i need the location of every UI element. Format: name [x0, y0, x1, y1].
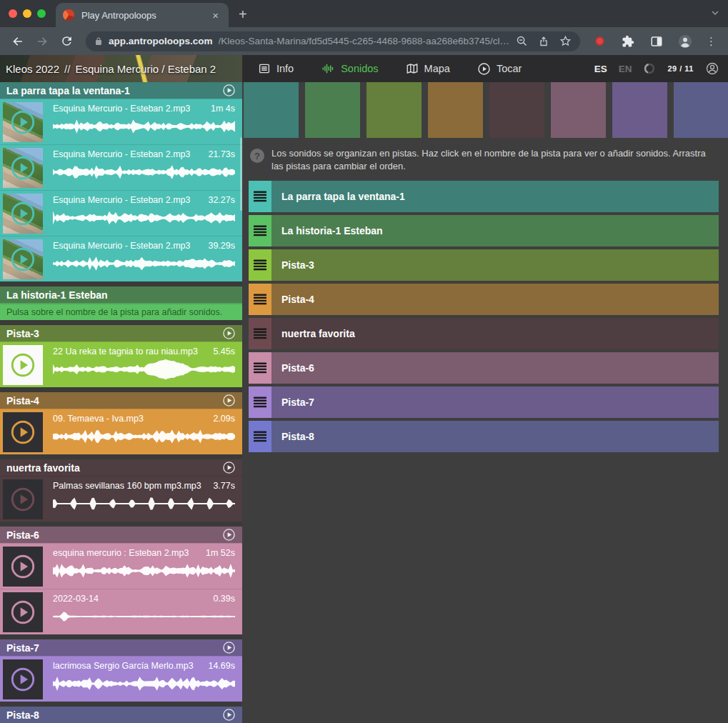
track-color-swatch-3[interactable] [367, 82, 422, 138]
track-color-swatch-1[interactable] [244, 82, 299, 138]
play-track-icon[interactable] [222, 326, 236, 340]
track-row-8[interactable]: Pista-8 [249, 421, 719, 452]
audio-clip[interactable]: Palmas sevillanas 160 bpm mp3.mp3 3.77s [0, 476, 242, 522]
zoom-out-icon[interactable] [516, 35, 528, 47]
track-row-2[interactable]: La historia-1 Esteban [249, 215, 719, 246]
clip-thumbnail[interactable] [3, 547, 43, 587]
sidebar-scrollbar[interactable] [240, 137, 242, 211]
audio-clip[interactable]: Esquina Mercurio - Esteban 2.mp3 32.27s [0, 190, 242, 236]
audio-clip[interactable]: lacrimosa Sergio García Merlo.mp3 14.69s [0, 656, 242, 702]
drag-handle[interactable] [249, 352, 271, 384]
tab-mapa[interactable]: Mapa [406, 62, 450, 75]
track-section-header-7[interactable]: Pista-7 [0, 639, 242, 656]
close-window-button[interactable] [9, 9, 17, 18]
track-row-bar[interactable]: Pista-7 [271, 387, 719, 418]
track-section-header-3[interactable]: Pista-3 [0, 325, 242, 341]
side-panel-icon[interactable] [646, 31, 667, 52]
play-clip-icon[interactable] [9, 246, 36, 273]
track-row-bar[interactable]: Pista-3 [271, 249, 719, 281]
track-color-swatch-2[interactable] [305, 82, 360, 138]
track-row-bar[interactable]: Pista-4 [271, 284, 719, 315]
play-track-icon[interactable] [222, 461, 236, 474]
track-row-bar[interactable]: nuertra favorita [271, 318, 719, 349]
audio-clip[interactable]: 2022-03-14 0.39s [0, 589, 242, 634]
drag-handle[interactable] [249, 421, 271, 452]
clip-thumbnail[interactable] [3, 239, 43, 279]
project-hero-image[interactable]: Kleos 2022//Esquina Mercurio / Esteban 2 [0, 55, 242, 82]
lang-es[interactable]: ES [594, 64, 607, 74]
audio-clip[interactable]: Esquina Mercurio - Esteban 2.mp3 1m 4s [0, 99, 242, 144]
play-clip-icon[interactable] [9, 200, 36, 227]
track-section-header-2[interactable]: La historia-1 Esteban [0, 286, 242, 303]
clip-thumbnail[interactable] [3, 102, 43, 142]
play-clip-icon[interactable] [9, 419, 36, 446]
track-color-swatch-6[interactable] [551, 82, 606, 138]
audio-clip[interactable]: Esquina Mercurio - Esteban 2.mp3 39.29s [0, 236, 242, 281]
track-color-swatch-4[interactable] [428, 82, 483, 138]
play-track-icon[interactable] [222, 394, 236, 407]
browser-tab[interactable]: Play Antropoloops × [56, 3, 229, 27]
zoom-window-button[interactable] [37, 9, 46, 18]
track-row-bar[interactable]: Pista-6 [271, 352, 719, 384]
play-clip-icon[interactable] [9, 109, 36, 136]
drag-handle[interactable] [249, 284, 271, 315]
lang-en[interactable]: EN [619, 64, 632, 74]
clip-thumbnail[interactable] [3, 479, 43, 519]
recording-extension-icon[interactable] [589, 31, 610, 52]
play-track-icon[interactable] [222, 641, 236, 654]
audio-clip[interactable]: Esquina Mercurio - Esteban 2.mp3 21.73s [0, 144, 242, 190]
extensions-puzzle-icon[interactable] [617, 31, 639, 52]
minimize-window-button[interactable] [23, 9, 31, 18]
drag-handle[interactable] [249, 215, 271, 246]
track-section-header-6[interactable]: Pista-6 [0, 527, 242, 543]
clip-thumbnail[interactable] [3, 412, 43, 452]
track-row-1[interactable]: La parra tapa la ventana-1 [249, 181, 719, 212]
track-row-bar[interactable]: Pista-8 [271, 421, 719, 452]
track-section-header-5[interactable]: nuertra favorita [0, 459, 242, 476]
play-clip-icon[interactable] [9, 553, 36, 580]
track-section-header-1[interactable]: La parra tapa la ventana-1 [0, 82, 242, 99]
share-icon[interactable] [538, 35, 549, 47]
play-track-icon[interactable] [222, 708, 236, 722]
clip-thumbnail[interactable] [3, 345, 43, 385]
tab-sonidos[interactable]: Sonidos [321, 62, 378, 75]
drag-handle[interactable] [249, 181, 271, 212]
track-section-header-4[interactable]: Pista-4 [0, 392, 242, 409]
tab-close-icon[interactable]: × [209, 9, 221, 22]
clip-thumbnail[interactable] [3, 148, 43, 188]
forward-button[interactable] [31, 31, 53, 52]
audio-clip[interactable]: esquina mercurio : Esteban 2.mp3 1m 52s [0, 543, 242, 589]
account-icon[interactable] [705, 61, 719, 76]
new-tab-button[interactable]: + [229, 6, 257, 27]
address-bar[interactable]: app.antropoloops.com /Kleos-Santa-Marina… [86, 31, 580, 51]
track-row-bar[interactable]: La historia-1 Esteban [271, 215, 719, 246]
track-row-7[interactable]: Pista-7 [249, 387, 719, 418]
drag-handle[interactable] [249, 387, 271, 418]
drag-handle[interactable] [249, 249, 271, 281]
drag-handle[interactable] [249, 318, 271, 349]
track-color-swatch-8[interactable] [674, 82, 728, 138]
tab-tocar[interactable]: Tocar [477, 62, 522, 76]
track-row-6[interactable]: Pista-6 [249, 352, 719, 384]
play-clip-icon[interactable] [9, 486, 36, 513]
track-row-bar[interactable]: La parra tapa la ventana-1 [271, 181, 719, 212]
track-row-5[interactable]: nuertra favorita [249, 318, 719, 349]
chevron-down-icon[interactable] [709, 7, 721, 19]
track-color-swatch-7[interactable] [612, 82, 667, 138]
clip-thumbnail[interactable] [3, 592, 43, 632]
play-clip-icon[interactable] [9, 351, 36, 379]
play-track-icon[interactable] [222, 84, 236, 97]
reload-button[interactable] [56, 31, 77, 52]
play-clip-icon[interactable] [9, 154, 36, 181]
audio-clip[interactable]: 22 Ua reka te tagnia to rau niau.mp3 5.4… [0, 341, 242, 387]
track-color-swatch-5[interactable] [489, 82, 544, 138]
track-row-3[interactable]: Pista-3 [249, 249, 719, 281]
track-row-4[interactable]: Pista-4 [249, 284, 719, 315]
play-clip-icon[interactable] [9, 666, 36, 693]
clip-thumbnail[interactable] [3, 659, 43, 699]
back-button[interactable] [7, 31, 29, 52]
track-section-header-8[interactable]: Pista-8 [0, 707, 242, 723]
play-track-icon[interactable] [222, 528, 236, 542]
clip-thumbnail[interactable] [3, 194, 43, 234]
tab-info[interactable]: Info [258, 62, 294, 75]
